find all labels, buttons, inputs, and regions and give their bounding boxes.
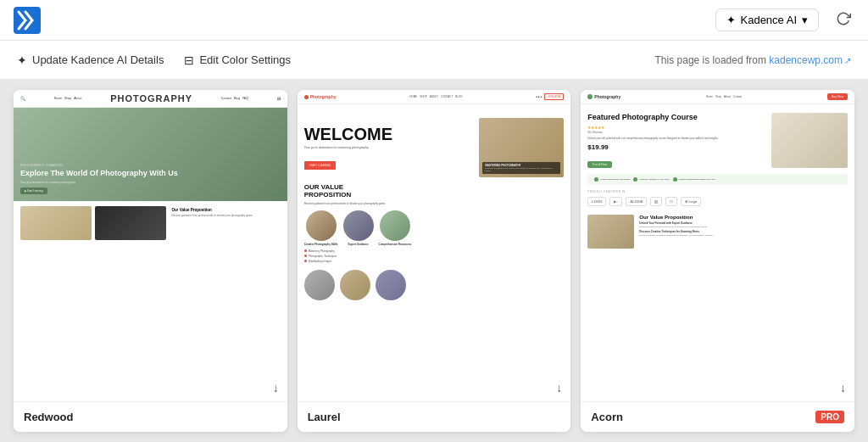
- c3-enroll-btn[interactable]: Enroll Now: [587, 161, 612, 168]
- c3-logos-row: LOGO ▶ · ALGO⊕ |||| ⬡ ⊕ Logo: [587, 197, 848, 206]
- c3-vp-content: Our Value Proposition Unlock Your Potent…: [639, 215, 848, 249]
- c3-featured-label: PROUDLY FEATURED IN: [587, 190, 848, 193]
- update-kadence-ai-button[interactable]: ✦ Update Kadence AI Details: [17, 50, 164, 70]
- actionbar-right: This page is loaded from kadencewp.com: [655, 54, 851, 66]
- color-settings-label: Edit Color Settings: [199, 53, 291, 66]
- c1-photo-1: [20, 206, 92, 240]
- c2-social-icons: ● ● ●: [536, 95, 542, 98]
- template-footer-acorn: Acorn PRO: [581, 401, 854, 432]
- c1-navbar: 🔍 Home Shop About PHOTOGRAPHY Contact Bl…: [14, 90, 287, 108]
- template-card-redwood[interactable]: 🔍 Home Shop About PHOTOGRAPHY Contact Bl…: [14, 90, 287, 432]
- c3-navbar: Photography HomeShopAboutContact Buy Now: [581, 90, 854, 104]
- c2-bottom-circles: [298, 270, 571, 300]
- c2-circle-image-1: [306, 210, 337, 241]
- c2-hero-text: WELCOME Your go-to destination for maste…: [304, 126, 473, 170]
- c3-logo-2: ▶ ·: [609, 197, 622, 206]
- c3-brand-text: Photography: [594, 94, 620, 99]
- c3-logo-3: ALGO⊕: [626, 197, 647, 206]
- template-card-laurel[interactable]: Photography HOMESHOPABOUTCONTACTBLOG ● ●…: [298, 90, 571, 432]
- c2-circle-label-3: Comprehensive Resources: [379, 243, 412, 246]
- topbar-left: [14, 7, 41, 34]
- c3-buy-btn[interactable]: Buy Now: [827, 93, 848, 100]
- c3-logo-6: ⊕ Logo: [681, 197, 701, 206]
- c3-value-prop: Our Value Proposition Unlock Your Potent…: [581, 210, 854, 254]
- kadence-ai-label: Kadence AI: [741, 14, 798, 26]
- template-name-redwood: Redwood: [24, 411, 74, 423]
- c3-hero-section: Featured Photography Course ★★★★★ 80+ Re…: [581, 104, 854, 174]
- c2-circle-image-2: [343, 210, 374, 241]
- scroll-down-icon: ↓: [840, 381, 846, 394]
- c3-hero-text: Featured Photography Course ★★★★★ 80+ Re…: [587, 113, 765, 169]
- edit-color-settings-button[interactable]: ⊟ Edit Color Settings: [184, 50, 291, 70]
- list-bullet: [304, 255, 307, 257]
- c2-nav-links: HOMESHOPABOUTCONTACTBLOG: [409, 95, 462, 98]
- c3-vp-text1: Receive guidance from professionals to e…: [639, 226, 848, 228]
- kadence-ai-button[interactable]: ✦ Kadence AI ▾: [715, 8, 820, 31]
- c3-vp-text2: Explore a variety of creative techniques…: [639, 234, 848, 237]
- c2-hero-subtext: Your go-to destination for mastering pho…: [304, 146, 473, 149]
- c3-feature-1: Master photography techniques: [594, 177, 630, 182]
- c2-value-section: OUR VALUEPROPOSITION Receive guidance fr…: [298, 184, 571, 270]
- sliders-icon: ⊟: [184, 53, 194, 67]
- c2-value-subtext: Receive guidance from professionals to e…: [304, 202, 565, 205]
- template-name-laurel: Laurel: [308, 411, 341, 423]
- c1-nav-links-right: Contact Blog FAQ: [221, 97, 248, 100]
- c1-photo-2: [95, 206, 166, 240]
- c1-hero-text: PHOTOGRAPHY CHAMPION Explore The World O…: [20, 164, 178, 194]
- c2-nav-right: ● ● ● JOIN NOW: [536, 93, 564, 100]
- c3-feature-3: Capture breathtaking images like a pro: [673, 177, 715, 182]
- page-info-text: This page is loaded from: [655, 54, 766, 66]
- c3-feature-2: Enhance creativity in your shots: [633, 177, 669, 182]
- c3-logo-5: ⬡: [665, 197, 677, 206]
- c2-navbar: Photography HOMESHOPABOUTCONTACTBLOG ● ●…: [298, 90, 571, 104]
- template-preview-acorn: Photography HomeShopAboutContact Buy Now…: [581, 90, 854, 401]
- c1-hero-cta[interactable]: ▶ Start Learning: [20, 187, 47, 194]
- actionbar: ✦ Update Kadence AI Details ⊟ Edit Color…: [0, 41, 868, 80]
- c3-featured-section: PROUDLY FEATURED IN LOGO ▶ · ALGO⊕ |||| …: [581, 185, 854, 210]
- c2-bottom-circle-1: [304, 270, 335, 300]
- c3-hero-heading: Featured Photography Course: [587, 113, 765, 122]
- sparkle-icon: ✦: [17, 53, 27, 67]
- settings-icon-button[interactable]: [832, 8, 854, 32]
- pro-badge: PRO: [815, 411, 844, 423]
- c3-vp-sub2: Discover Creative Techniques for Stunnin…: [639, 230, 848, 233]
- c2-hero-cta[interactable]: START LEARNING: [304, 161, 337, 170]
- c3-brand: Photography: [587, 94, 620, 99]
- c1-value-prop-text: Our Value Proposition Receive guidance f…: [170, 206, 280, 240]
- c3-features-row: Master photography techniques Enhance cr…: [587, 174, 848, 185]
- c3-vp-heading: Our Value Proposition: [639, 215, 848, 220]
- c2-join-btn[interactable]: JOIN NOW: [544, 93, 564, 100]
- c2-hero-caption-sub: Discover a wealth of tips, tricks, and g…: [485, 167, 558, 172]
- c3-brand-dot: [587, 94, 593, 99]
- c3-vp-image: [587, 215, 634, 249]
- template-preview-laurel: Photography HOMESHOPABOUTCONTACTBLOG ● ●…: [298, 90, 571, 401]
- c1-photos-row: Our Value Proposition Receive guidance f…: [14, 201, 287, 245]
- rotate-icon: [836, 11, 851, 26]
- kadence-logo-icon: [14, 7, 41, 34]
- list-item: Mastering Photography: [304, 249, 565, 253]
- template-preview-redwood: 🔍 Home Shop About PHOTOGRAPHY Contact Bl…: [14, 90, 287, 401]
- c2-bottom-circle-3: [376, 270, 406, 300]
- c2-circle-expert: Expert Guidance: [343, 210, 374, 246]
- c2-circle-creative: Creative Photography Skills: [304, 210, 338, 246]
- c3-logo-4: ||||: [650, 197, 662, 206]
- c1-hero-subtext: Your go-to destination for mastering pho…: [20, 181, 178, 184]
- chevron-down-icon: ▾: [802, 14, 808, 26]
- c2-bottom-circle-2: [340, 270, 370, 300]
- c1-search-icon: 🔍: [20, 96, 25, 101]
- scroll-down-icon: ↓: [273, 381, 279, 394]
- c3-nav-links: HomeShopAboutContact: [706, 95, 742, 98]
- c3-price: $19.99: [587, 143, 765, 151]
- c3-vp-sub1: Unlock Your Potential with Expert Guidan…: [639, 221, 848, 225]
- template-card-acorn[interactable]: Photography HomeShopAboutContact Buy Now…: [581, 90, 854, 432]
- c1-hero-heading: Explore The World Of Photography With Us: [20, 169, 178, 178]
- list-bullet: [304, 249, 307, 252]
- c3-feature-text-3: Capture breathtaking images like a pro: [679, 178, 715, 181]
- c1-brand-title: PHOTOGRAPHY: [110, 93, 192, 104]
- sparkle-icon: ✦: [726, 14, 736, 26]
- c1-nav-links: Home Shop About: [54, 97, 82, 100]
- c2-list: Mastering Photography Photographic Techn…: [304, 249, 565, 263]
- page-link[interactable]: kadencewp.com: [769, 54, 851, 66]
- c2-hero-heading: WELCOME: [304, 126, 473, 143]
- c3-feature-dot-1: [594, 177, 598, 182]
